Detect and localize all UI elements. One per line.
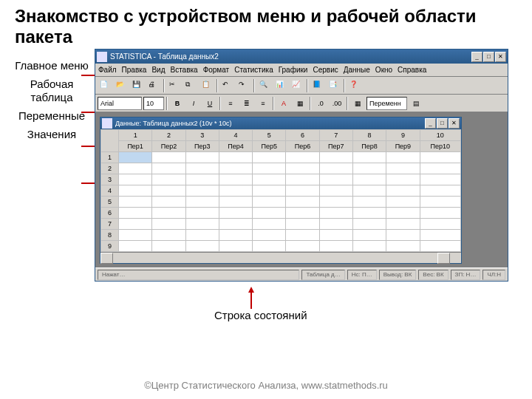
cell[interactable]: [386, 219, 420, 230]
cell[interactable]: [352, 152, 386, 163]
cell[interactable]: [352, 208, 386, 219]
cell[interactable]: [319, 174, 352, 185]
cell[interactable]: [185, 219, 219, 230]
spreadsheet-grid[interactable]: 1 2 3 4 5 6 7 8 9 10 Пер1 Пер2 Пер: [100, 129, 461, 263]
menu-format[interactable]: Формат: [203, 66, 230, 74]
cell[interactable]: [286, 208, 319, 219]
cell[interactable]: [253, 174, 286, 185]
cell[interactable]: [152, 163, 185, 174]
column-header[interactable]: Пер2: [152, 141, 185, 152]
colnum-header[interactable]: 7: [319, 130, 352, 141]
new-button[interactable]: 📄: [98, 78, 112, 93]
cell[interactable]: [352, 163, 386, 174]
column-header[interactable]: Пер4: [219, 141, 252, 152]
cell[interactable]: [253, 185, 286, 197]
align-left-button[interactable]: ≡: [223, 96, 238, 111]
colnum-header[interactable]: 5: [253, 130, 286, 141]
column-header[interactable]: Пер5: [253, 141, 286, 152]
decimal-inc-button[interactable]: .0: [313, 96, 328, 111]
doc-minimize-button[interactable]: _: [425, 118, 436, 129]
cell[interactable]: [185, 163, 219, 174]
menu-view[interactable]: Вид: [151, 66, 165, 74]
cell[interactable]: [253, 152, 286, 163]
cell[interactable]: [352, 185, 386, 197]
cell[interactable]: [119, 230, 152, 241]
cell[interactable]: [152, 185, 185, 197]
row-header[interactable]: 8: [101, 230, 119, 241]
cell[interactable]: [420, 219, 460, 230]
colnum-header[interactable]: 4: [219, 130, 252, 141]
colnum-header[interactable]: 1: [119, 130, 152, 141]
cell[interactable]: [420, 230, 460, 241]
horizontal-scrollbar[interactable]: [100, 252, 461, 263]
vars-button[interactable]: ▦: [350, 96, 365, 111]
cell[interactable]: [119, 208, 152, 219]
cell[interactable]: [119, 241, 152, 252]
menu-insert[interactable]: Вставка: [170, 66, 197, 74]
cell[interactable]: [119, 152, 152, 163]
cell[interactable]: [119, 197, 152, 208]
cell[interactable]: [219, 241, 252, 252]
column-header[interactable]: Пер7: [319, 141, 352, 152]
cell[interactable]: [185, 185, 219, 197]
cell[interactable]: [352, 197, 386, 208]
cell[interactable]: [185, 152, 219, 163]
menu-edit[interactable]: Правка: [122, 66, 147, 74]
cell[interactable]: [185, 174, 219, 185]
help-button[interactable]: ❓: [347, 78, 362, 93]
row-header[interactable]: 4: [101, 185, 119, 197]
column-header[interactable]: Пер1: [119, 141, 152, 152]
cell[interactable]: [420, 185, 460, 197]
cell[interactable]: [119, 174, 152, 185]
cell[interactable]: [319, 208, 352, 219]
cell[interactable]: [386, 174, 420, 185]
cell[interactable]: [319, 197, 352, 208]
cell[interactable]: [219, 163, 252, 174]
align-right-button[interactable]: ≡: [256, 96, 270, 111]
cell[interactable]: [219, 208, 252, 219]
cell[interactable]: [352, 230, 386, 241]
column-header[interactable]: Пер6: [286, 141, 319, 152]
cell[interactable]: [286, 174, 319, 185]
cell[interactable]: [253, 230, 286, 241]
cell[interactable]: [219, 219, 252, 230]
column-header[interactable]: Пер3: [185, 141, 219, 152]
minimize-button[interactable]: _: [471, 52, 482, 62]
cell[interactable]: [286, 163, 319, 174]
cell[interactable]: [152, 208, 185, 219]
cell[interactable]: [119, 219, 152, 230]
colnum-header[interactable]: 2: [152, 130, 185, 141]
print-button[interactable]: 🖨: [146, 78, 161, 93]
cell[interactable]: [420, 174, 460, 185]
cell[interactable]: [152, 174, 185, 185]
row-header[interactable]: 6: [101, 208, 119, 219]
bold-button[interactable]: B: [170, 96, 185, 111]
align-center-button[interactable]: ≣: [239, 96, 254, 111]
cell[interactable]: [253, 197, 286, 208]
cell[interactable]: [119, 163, 152, 174]
row-header[interactable]: 3: [101, 174, 119, 185]
colnum-header[interactable]: 10: [420, 130, 460, 141]
cases-button[interactable]: ▤: [409, 96, 423, 111]
column-header[interactable]: Пер9: [386, 141, 420, 152]
row-header[interactable]: 1: [101, 152, 119, 163]
redo-button[interactable]: ↷: [236, 78, 251, 93]
cell[interactable]: [152, 197, 185, 208]
fontcolor-button[interactable]: A: [276, 96, 291, 111]
copy-button[interactable]: ⧉: [183, 78, 198, 93]
cell[interactable]: [420, 208, 460, 219]
cell[interactable]: [253, 163, 286, 174]
cell[interactable]: [386, 197, 420, 208]
doc-maximize-button[interactable]: □: [437, 118, 448, 129]
cell[interactable]: [420, 197, 460, 208]
menu-tools[interactable]: Сервис: [313, 66, 338, 74]
cut-button[interactable]: ✂: [167, 78, 182, 93]
app-titlebar[interactable]: STATISTICA - Таблица данных2 _ □ ✕: [95, 50, 508, 64]
data-titlebar[interactable]: Данные: Таблица данных2 (10v * 10c) _ □ …: [100, 117, 461, 129]
cell[interactable]: [152, 152, 185, 163]
menu-help[interactable]: Справка: [398, 66, 426, 74]
column-header[interactable]: Пер8: [352, 141, 386, 152]
cell[interactable]: [386, 230, 420, 241]
cell[interactable]: [352, 174, 386, 185]
maximize-button[interactable]: □: [483, 52, 494, 62]
